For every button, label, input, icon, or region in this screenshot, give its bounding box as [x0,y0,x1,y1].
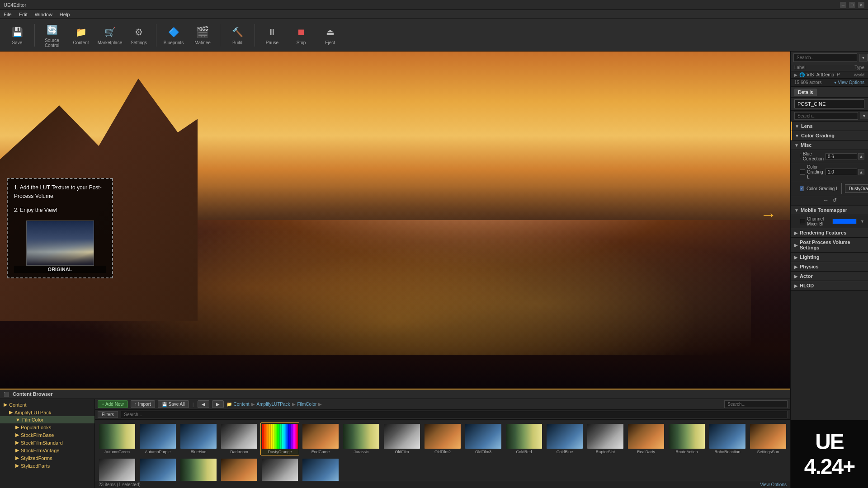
thumbnail-item[interactable]: RoatoAction [667,422,706,455]
thumbnail-item[interactable]: SettingsSun [749,422,788,455]
breadcrumb-content[interactable]: Content [234,402,250,407]
thumbnail-item[interactable] [301,457,340,481]
maximize-button[interactable]: □ [849,2,855,8]
eject-button[interactable]: ⏏ Eject [316,21,344,50]
menu-help[interactable]: Help [60,12,70,17]
close-button[interactable]: ✕ [858,2,864,8]
color-grading-l1-checkbox[interactable] [800,169,805,175]
thumbnail-item[interactable] [179,457,218,481]
nav-forward-button[interactable]: ▶ [212,400,224,408]
color-grading-l1-spin-up[interactable]: ▲ [858,169,864,175]
channel-mixer-expand[interactable]: ▼ [860,219,864,224]
thumbnail-item[interactable]: OldFilm [382,422,421,455]
thumbnail-item[interactable]: AutumnGreen [98,422,137,455]
cb-tree-item-stockfilmvintage[interactable]: ▶ StockFilmVintage [0,446,94,454]
rendering-features-arrow-icon: ▶ [794,230,798,235]
blue-correction-input[interactable] [826,153,857,160]
wo-item-vis[interactable]: ▶ 🌐 VIS_ArtDemo_P World [791,71,868,78]
cb-tree-item-amplify[interactable]: ▶ AmplifyLUTPack [0,408,94,416]
lut-checkbox[interactable]: ✓ [800,186,804,191]
lut-dropdown[interactable]: DustyOrange [845,184,868,193]
breadcrumb-filmcolor[interactable]: FilmColor [297,402,317,407]
thumbnail-item[interactable]: DustyOrange [260,422,299,455]
details-tab[interactable]: Details [794,89,817,96]
cb-tree-item-stockfilmbase[interactable]: ▶ StockFilmBase [0,431,94,439]
misc-section-header[interactable]: ▼ Misc [791,141,868,150]
import-button[interactable]: ↑ Import [131,400,155,408]
save-button[interactable]: 💾 Save [4,21,31,50]
stop-button[interactable]: ⏹ Stop [288,21,315,50]
details-search-options-button[interactable]: ▾ [860,113,868,119]
menu-edit[interactable]: Edit [19,12,28,17]
source-control-button[interactable]: 🔄 Source Control [38,21,66,50]
blue-correction-checkbox[interactable] [800,154,801,159]
channel-mixer-checkbox[interactable] [800,219,805,224]
cb-tree-item-stylizedparts[interactable]: ▶ StylizedParts [0,462,94,469]
blueprints-button[interactable]: 🔷 Blueprints [160,21,187,50]
filters-button[interactable]: Filters [98,411,118,418]
lens-section-header[interactable]: ▼ Lens [791,122,868,131]
lut-reload-button[interactable]: ↺ [832,197,837,203]
actor-section-header[interactable]: ▶ Actor [791,272,868,281]
marketplace-button[interactable]: 🛒 Marketplace [96,21,123,50]
matinee-label: Matinee [194,40,211,45]
cb-tree-item-stockfilmstandard[interactable]: ▶ StockFilmStandard [0,439,94,446]
thumbnail-item[interactable]: AutumnPurple [138,422,177,455]
world-outliner-search[interactable] [793,53,857,62]
thumbnail-item[interactable] [138,457,177,481]
details-scroll[interactable]: ▼ Lens ▼ Color Grading ▼ Misc Blue Corre… [791,122,868,488]
cb-tree-item-stylizedforms[interactable]: ▶ StylizedForms [0,454,94,462]
cb-tree-item-filmcolor[interactable]: ▼ FilmColor [0,416,94,423]
cb-sidebar[interactable]: ▶ Content ▶ AmplifyLUTPack ▼ FilmColor ▶… [0,399,95,488]
thumb-image [628,424,664,449]
cb-search-input[interactable] [724,400,788,408]
world-outliner-view-options[interactable]: ▾ View Options [834,80,864,85]
thumbnail-item[interactable]: EndGame [301,422,340,455]
nav-back-button[interactable]: ◀ [198,400,209,408]
thumbnail-item[interactable]: OldFilm2 [423,422,462,455]
content-browser-header: ⬛ Content Browser [0,389,790,399]
menu-file[interactable]: File [4,12,12,17]
lut-left-arrow-button[interactable]: ← [823,197,829,203]
content-button[interactable]: 📁 Content [67,21,94,50]
thumbnail-item[interactable] [260,457,299,481]
thumbnail-item[interactable]: OldFilm3 [464,422,503,455]
color-grading-l1-input[interactable] [826,169,857,175]
thumbnail-item[interactable]: ColdRed [505,422,543,455]
cb-tree-item-popularlooks[interactable]: ▶ PopularLooks [0,423,94,431]
thumbnail-item[interactable]: RaptorSlot [586,422,625,455]
thumbnail-item[interactable]: RealDarty [627,422,665,455]
build-button[interactable]: 🔨 Build [224,21,251,50]
details-search-input[interactable] [794,112,858,120]
add-new-button[interactable]: + Add New [98,400,128,408]
rendering-features-section-header[interactable]: ▶ Rendering Features [791,228,868,238]
thumbnail-item[interactable]: BlueHue [179,422,218,455]
minimize-button[interactable]: ─ [840,2,846,8]
lighting-section-header[interactable]: ▶ Lighting [791,253,868,262]
search-options-button[interactable]: ▾ [859,54,868,61]
breadcrumb-amplify[interactable]: AmplifyLUTPack [257,402,290,407]
thumbnail-item[interactable] [98,457,137,481]
cb-filter-search[interactable] [121,411,788,418]
cb-view-options-button[interactable]: View Options [760,482,787,487]
settings-button[interactable]: ⚙ Settings [125,21,152,50]
channel-mixer-bar[interactable] [832,219,857,224]
thumbnail-item[interactable]: Darkroom [220,422,259,455]
thumbnail-item[interactable]: Jurassic [342,422,381,455]
post-process-volume-section-header[interactable]: ▶ Post Process Volume Settings [791,238,868,253]
matinee-button[interactable]: 🎬 Matinee [189,21,216,50]
thumbnail-item[interactable]: ColdBlue [545,422,584,455]
actor-name-input[interactable] [794,99,864,108]
menu-window[interactable]: Window [35,12,52,17]
blue-correction-spin-up[interactable]: ▲ [858,153,864,160]
hlod-section-header[interactable]: ▶ HLOD [791,281,868,291]
viewport[interactable]: 1. Add the LUT Texture to your Post-Proc… [0,52,790,389]
thumbnail-item[interactable]: RoboReaction [708,422,747,455]
pause-button[interactable]: ⏸ Pause [259,21,286,50]
mobile-tonemapper-section-header[interactable]: ▼ Mobile Tonemapper [791,206,868,215]
physics-section-header[interactable]: ▶ Physics [791,262,868,272]
thumbnail-item[interactable] [220,457,259,481]
color-grading-section-header[interactable]: ▼ Color Grading [791,131,868,141]
cb-tree-item-content[interactable]: ▶ Content [0,401,94,408]
save-all-button[interactable]: 💾 Save All [158,400,189,408]
